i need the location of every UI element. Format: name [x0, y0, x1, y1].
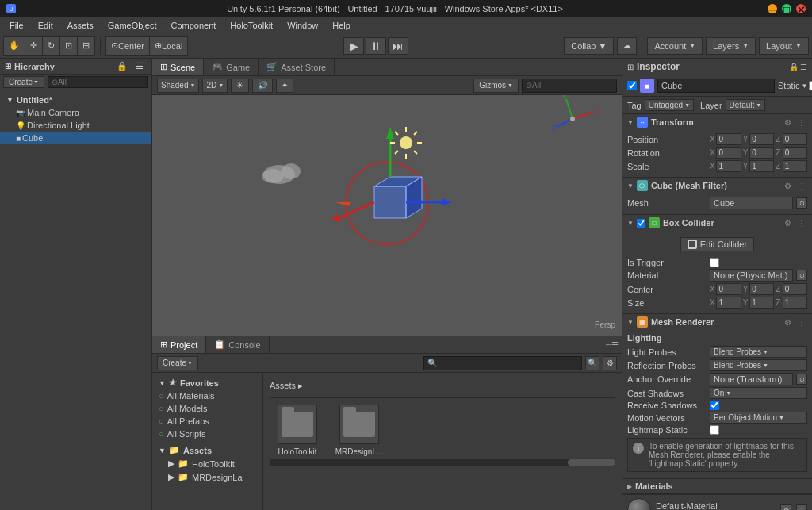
cast-shadows-dropdown[interactable]: On: [710, 387, 807, 399]
scale-x-input[interactable]: [716, 160, 741, 172]
material-more-btn[interactable]: ⋮: [796, 504, 807, 510]
is-trigger-checkbox[interactable]: [710, 258, 719, 267]
rot-z-input[interactable]: [783, 147, 807, 159]
box-collider-toggle[interactable]: [637, 219, 645, 228]
project-create-btn[interactable]: Create: [157, 356, 198, 370]
light-probes-dropdown[interactable]: Blend Probes: [710, 346, 807, 358]
pos-x-input[interactable]: [716, 133, 741, 145]
box-collider-header[interactable]: ▼ □ Box Collider ⚙ ⋮: [622, 215, 812, 231]
reflection-probes-dropdown[interactable]: Blend Probes: [710, 359, 807, 371]
2d-button[interactable]: 2D: [202, 79, 228, 93]
box-collider-settings-btn[interactable]: ⚙: [782, 217, 793, 228]
mesh-select-btn[interactable]: ⊙: [796, 197, 807, 209]
menu-gameobject[interactable]: GameObject: [102, 19, 163, 32]
account-dropdown[interactable]: Account: [647, 37, 703, 55]
mesh-filter-more-btn[interactable]: ⋮: [796, 180, 807, 191]
menu-file[interactable]: File: [3, 19, 30, 32]
bottom-panel-collapse[interactable]: ─: [606, 340, 611, 349]
edit-collider-btn[interactable]: Edit Collider: [680, 237, 754, 251]
tag-dropdown[interactable]: Untagged: [645, 99, 694, 111]
layout-dropdown[interactable]: Layout: [759, 37, 809, 55]
local-button[interactable]: ⊕ Local: [150, 37, 187, 55]
hierarchy-main-camera[interactable]: 📷 Main Camera: [0, 106, 151, 119]
size-y-input[interactable]: [749, 297, 774, 309]
favorite-all-scripts[interactable]: ○ All Scripts: [152, 428, 262, 440]
scale-tool[interactable]: ⊡: [60, 37, 78, 55]
menu-assets[interactable]: Assets: [61, 19, 100, 32]
size-x-input[interactable]: [716, 297, 741, 309]
menu-help[interactable]: Help: [326, 19, 357, 32]
layers-dropdown[interactable]: Layers: [706, 37, 756, 55]
scene-search[interactable]: [522, 79, 617, 93]
maximize-button[interactable]: □: [782, 4, 791, 13]
step-button[interactable]: ⏭: [388, 37, 408, 55]
box-collider-more-btn[interactable]: ⋮: [796, 217, 807, 228]
anchor-override-btn[interactable]: ⊙: [796, 374, 807, 385]
minimize-button[interactable]: ─: [768, 4, 777, 13]
center-x-input[interactable]: [716, 283, 741, 295]
transform-settings-btn[interactable]: ⚙: [782, 117, 793, 128]
pause-button[interactable]: ⏸: [366, 37, 386, 55]
motion-vectors-dropdown[interactable]: Per Object Motion: [710, 412, 807, 424]
asset-holotoolkit[interactable]: HoloToolkit: [270, 405, 325, 456]
static-checkbox[interactable]: [809, 81, 812, 90]
collab-button[interactable]: Collab ▼: [564, 37, 614, 55]
move-tool[interactable]: ✛: [25, 37, 43, 55]
center-y-input[interactable]: [749, 283, 774, 295]
receive-shadows-checkbox[interactable]: [710, 401, 719, 410]
light-toggle[interactable]: ☀: [231, 79, 249, 93]
physic-material-btn[interactable]: ⊙: [796, 270, 807, 281]
object-active-checkbox[interactable]: [627, 81, 637, 90]
shaded-dropdown[interactable]: Shaded: [157, 79, 199, 93]
rot-x-input[interactable]: [716, 147, 741, 159]
favorites-header[interactable]: ▼ ★ Favorites: [152, 376, 262, 389]
scale-z-input[interactable]: [783, 160, 807, 172]
hierarchy-directional-light[interactable]: 💡 Directional Light: [0, 119, 151, 132]
object-name-input[interactable]: [657, 79, 775, 93]
favorite-all-prefabs[interactable]: ○ All Prefabs: [152, 415, 262, 428]
favorite-all-materials[interactable]: ○ All Materials: [152, 389, 262, 402]
hierarchy-cube[interactable]: ■ Cube: [0, 132, 151, 144]
material-settings-btn[interactable]: ⚙: [780, 504, 791, 510]
assets-sidebar-header[interactable]: ▼ 📁 Assets: [152, 443, 262, 457]
project-filter-btn[interactable]: ⚙: [603, 356, 617, 370]
rotate-tool[interactable]: ↻: [43, 37, 60, 55]
hierarchy-search[interactable]: [48, 76, 148, 88]
size-z-input[interactable]: [783, 297, 807, 309]
menu-holotoolkit[interactable]: HoloToolkit: [224, 19, 279, 32]
transform-header[interactable]: ▼ ↔ Transform ⚙ ⋮: [622, 114, 812, 130]
transform-more-btn[interactable]: ⋮: [796, 117, 807, 128]
lightmap-static-checkbox[interactable]: [710, 425, 719, 435]
project-scrollbar[interactable]: [270, 459, 615, 466]
tab-scene[interactable]: ⊞ Scene: [152, 59, 204, 75]
hierarchy-untitled[interactable]: ▼ Untitled*: [0, 94, 151, 106]
mesh-renderer-settings-btn[interactable]: ⚙: [782, 316, 793, 328]
project-search-btn[interactable]: 🔍: [585, 356, 599, 370]
rot-y-input[interactable]: [749, 147, 774, 159]
mesh-renderer-header[interactable]: ▼ ▦ Mesh Renderer ⚙ ⋮: [622, 314, 812, 330]
bottom-panel-menu[interactable]: ☰: [611, 340, 619, 349]
gizmos-dropdown[interactable]: Gizmos: [473, 79, 519, 93]
tab-console[interactable]: 📋 Console: [206, 336, 269, 353]
hand-tool[interactable]: ✋: [4, 37, 25, 55]
pos-y-input[interactable]: [749, 133, 774, 145]
fx-toggle[interactable]: ✦: [276, 79, 293, 93]
hierarchy-lock-btn[interactable]: 🔒: [113, 61, 131, 71]
hierarchy-menu-btn[interactable]: ☰: [132, 61, 147, 71]
menu-component[interactable]: Component: [164, 19, 222, 32]
scene-viewport[interactable]: X Y Z Persp: [152, 95, 622, 336]
layer-dropdown[interactable]: Default: [726, 99, 766, 111]
sidebar-mrdesign[interactable]: ▶ 📁 MRDesignLa: [152, 470, 262, 484]
menu-edit[interactable]: Edit: [32, 19, 59, 32]
inspector-menu-btn[interactable]: ☰: [800, 63, 807, 71]
mesh-filter-settings-btn[interactable]: ⚙: [782, 180, 793, 191]
asset-mrdesign[interactable]: MRDesignL...: [331, 405, 387, 456]
scale-y-input[interactable]: [749, 160, 774, 172]
project-search[interactable]: [423, 356, 582, 370]
cloud-button[interactable]: ☁: [617, 37, 637, 55]
sidebar-holotoolkit[interactable]: ▶ 📁 HoloToolkit: [152, 457, 262, 470]
materials-header[interactable]: ▶ Materials: [622, 479, 812, 494]
tab-game[interactable]: 🎮 Game: [204, 59, 259, 75]
hierarchy-create-btn[interactable]: Create ▼: [3, 76, 44, 88]
pos-z-input[interactable]: [783, 133, 807, 145]
